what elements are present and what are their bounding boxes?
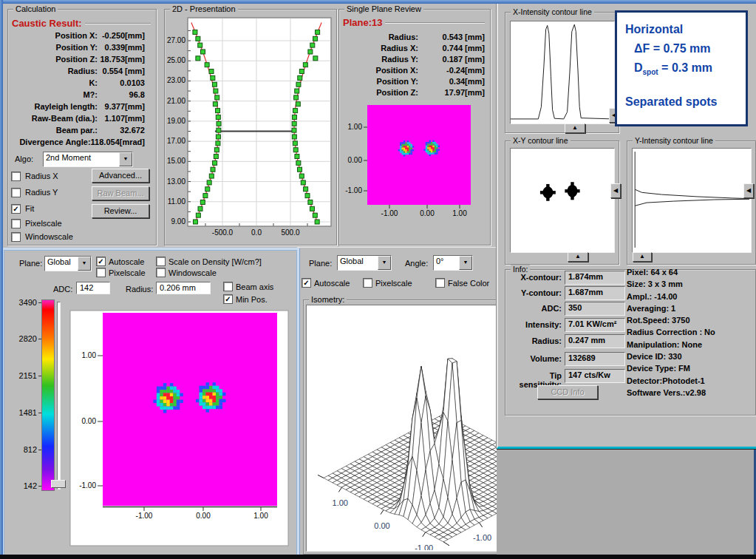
scroll-up-button[interactable]: ▲ xyxy=(568,252,588,262)
window-bottom-border xyxy=(0,555,756,559)
window-top-border xyxy=(0,0,756,4)
svg-text:27.00: 27.00 xyxy=(167,36,185,44)
row-value: 32.672 xyxy=(98,125,145,137)
device-info-line: Detector:Photodet-1 xyxy=(627,375,715,387)
svg-text:0.00: 0.00 xyxy=(374,521,389,530)
row-label: Raw-Beam (dia.): xyxy=(10,113,98,125)
device-info-block: Pixel: 64 x 64 Size: 3 x 3 mm Ampl.: -14… xyxy=(627,266,715,399)
svg-text:0.00: 0.00 xyxy=(196,512,211,520)
tip-sensitivity-field[interactable]: 147 cts/Kw xyxy=(565,369,625,383)
x-intensity-plot xyxy=(511,21,613,122)
caustic-plot: 9.0011.0013.0015.0017.0019.0021.0023.002… xyxy=(164,9,336,244)
svg-text:-1.00: -1.00 xyxy=(473,533,491,542)
checkbox-false-color[interactable] xyxy=(435,278,445,288)
angle-select[interactable]: 0° ▼ xyxy=(433,255,473,271)
row-value: 0.339[mm] xyxy=(98,42,145,54)
checkbox-autoscale-label: Autoscale xyxy=(314,279,350,288)
svg-text:500.0: 500.0 xyxy=(281,228,299,237)
checkbox-fit[interactable]: ✓ xyxy=(11,204,21,214)
chevron-down-icon[interactable]: ▼ xyxy=(119,152,132,166)
checkbox-pixelscale[interactable] xyxy=(363,278,372,288)
checkbox-windowscale[interactable] xyxy=(11,232,21,242)
result-row: Position X:-0.250[mm] xyxy=(10,30,145,42)
device-info-line: Size: 3 x 3 mm xyxy=(627,278,715,290)
left-arrow-icon: ◀ xyxy=(746,187,751,194)
y-intensity-plot xyxy=(633,149,749,251)
row-value: 9.377[mm] xyxy=(98,101,145,113)
annotation-line3: Dspot = 0.3 mm xyxy=(634,61,712,76)
panel-divider xyxy=(297,247,497,248)
svg-text:-1.00: -1.00 xyxy=(415,543,433,550)
svg-text:-1.00: -1.00 xyxy=(136,512,153,520)
svg-text:9.00: 9.00 xyxy=(171,217,186,226)
radius-field[interactable]: 0.247 mm xyxy=(565,334,625,348)
svg-text:1.00: 1.00 xyxy=(82,351,97,359)
device-info-line: Device ID: 330 xyxy=(627,350,715,362)
svg-text:0.0: 0.0 xyxy=(251,228,262,237)
svg-text:15.00: 15.00 xyxy=(167,157,185,165)
y-contour-field[interactable]: 1.687mm xyxy=(565,286,625,300)
plane-select[interactable]: Global ▼ xyxy=(337,255,392,271)
row-label: Position Z: xyxy=(10,54,98,66)
beam-image: 1.000.00-1.00-1.000.001.00 xyxy=(1,248,295,554)
chevron-down-icon[interactable]: ▼ xyxy=(378,256,391,270)
application-window: Calculation Caustic Result: Position X:-… xyxy=(0,0,756,559)
row-label: Divergence Angle: xyxy=(10,137,91,149)
raw-beam-button[interactable]: Raw Beam... xyxy=(92,186,149,200)
adc-field[interactable]: 350 xyxy=(565,302,625,316)
annotation-box: Horizontal ΔF = 0.75 mm Dspot = 0.3 mm S… xyxy=(615,10,748,126)
svg-text:0.00: 0.00 xyxy=(82,417,97,425)
scroll-up-button[interactable]: ▲ xyxy=(565,123,585,133)
result-row: Radius:0.554 [mm] xyxy=(10,66,145,78)
calculation-panel-title: Calculation xyxy=(13,4,58,13)
svg-text:1.00: 1.00 xyxy=(348,123,363,131)
up-arrow-icon: ▲ xyxy=(575,253,581,260)
checkbox-pixelscale-label: Pixelscale xyxy=(25,219,62,228)
ccd-info-button[interactable]: CCD Info xyxy=(537,385,598,399)
x-contour-label: X-contour: xyxy=(505,273,562,282)
row-value: 0.554 [mm] xyxy=(98,66,145,78)
intensity-field[interactable]: 7.01 KW/cm² xyxy=(565,318,625,332)
advanced-button[interactable]: Advanced... xyxy=(92,169,149,183)
x-contour-field[interactable]: 1.874mm xyxy=(565,271,625,285)
plane-label: Plane: xyxy=(309,259,332,268)
algo-select[interactable]: 2nd Moment ▼ xyxy=(43,152,133,167)
checkbox-radius-x[interactable] xyxy=(11,172,21,181)
result-row: Position Y:0.339[mm] xyxy=(10,42,145,54)
scroll-left-button[interactable]: ◀ xyxy=(610,183,621,198)
up-arrow-icon: ▲ xyxy=(572,124,578,131)
row-value: 118.054[mrad] xyxy=(91,137,145,149)
scroll-left-button[interactable]: ◀ xyxy=(743,183,754,198)
annotation-line1: Horizontal xyxy=(625,23,683,36)
isometry-plot: 1.000.00-1.00-1.000.001.00 xyxy=(306,305,504,550)
radius-label: Radius: xyxy=(505,336,562,345)
row-label: Rayleigh length: xyxy=(10,101,98,113)
checkbox-autoscale[interactable]: ✓ xyxy=(302,278,311,288)
svg-text:1.00: 1.00 xyxy=(452,209,467,217)
annotation-line4: Separated spots xyxy=(625,95,717,109)
row-label: K: xyxy=(10,78,98,89)
svg-text:21.00: 21.00 xyxy=(167,97,185,105)
annotation-line3-rest: = 0.3 mm xyxy=(658,61,712,74)
volume-label: Volume: xyxy=(505,354,562,363)
chevron-down-icon[interactable]: ▼ xyxy=(459,256,472,270)
scroll-up-button[interactable]: ▲ xyxy=(633,252,652,262)
row-value: 1.107[mm] xyxy=(98,113,145,125)
svg-text:1.00: 1.00 xyxy=(333,498,348,507)
result-row: Beam par.:32.672 xyxy=(10,125,145,137)
result-row: Position Z:18.753[mm] xyxy=(10,54,145,66)
svg-text:23.00: 23.00 xyxy=(167,76,185,84)
volume-field[interactable]: 132689 xyxy=(565,352,625,366)
svg-text:19.00: 19.00 xyxy=(167,117,185,125)
row-label: Position Y: xyxy=(10,42,98,54)
device-info-line: Software Vers.:v2.98 xyxy=(627,387,715,399)
review-button[interactable]: Review... xyxy=(92,204,149,218)
plane-select-value: Global xyxy=(338,256,378,270)
x-intensity-title: X-Intensity contour line xyxy=(511,7,594,16)
checkbox-radius-y[interactable] xyxy=(11,188,21,197)
row-label: M?: xyxy=(10,89,98,101)
device-info-line: Pixel: 64 x 64 xyxy=(627,266,715,278)
checkbox-false-color-label: False Color xyxy=(448,279,489,288)
row-label: Beam par.: xyxy=(10,125,98,137)
checkbox-pixelscale[interactable] xyxy=(11,219,21,228)
